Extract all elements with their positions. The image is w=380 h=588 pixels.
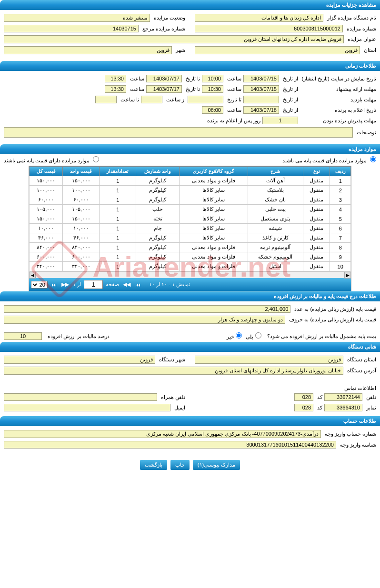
base-num-label: قیمت پایه (ارزش ریالی مزایده) به عدد	[292, 306, 376, 312]
base-text-label: قیمت پایه (ارزش ریالی مزایده) به حروف	[287, 317, 376, 323]
propose-label: مهلت ارائه پیشنهاد	[300, 86, 376, 92]
announce-from-date: 1403/07/18	[243, 106, 279, 114]
cell-group: فلزات و مواد معدنی	[180, 243, 248, 252]
pager-page-input[interactable]	[84, 280, 103, 289]
city-value: قزوین	[4, 46, 172, 54]
phone-code-label: کد	[315, 394, 322, 400]
back-button[interactable]: بازگشت	[140, 460, 167, 470]
cell-uprice: ۱۰,۰۰۰	[63, 224, 100, 233]
cell-group: سایر کالاها	[180, 186, 248, 195]
pager-last-icon[interactable]: ⏭	[50, 282, 58, 288]
org-address-value: خیابان نوروزیان بلوار پرستار اداره کل زن…	[4, 367, 343, 375]
col-type: نوع	[303, 167, 330, 176]
ref-value: 14030715	[4, 25, 139, 32]
cell-group: فلزات و مواد معدنی	[180, 262, 248, 271]
section-header-account: طلاعات حساب	[0, 416, 380, 426]
accept-suffix: روز پس از اعلام به برنده	[205, 118, 260, 124]
cell-unit: کیلوگرم	[136, 252, 180, 262]
propose-to-date: 1403/07/17	[146, 85, 182, 93]
cell-uprice: ۱۵۰,۰۰۰	[63, 176, 100, 186]
to-hour-label: تا ساعت	[119, 97, 139, 103]
cell-tprice: ۱۰۵,۰۰۰	[30, 205, 63, 214]
cell-unit: کیلوگرم	[136, 233, 180, 243]
pager-first-icon[interactable]: ⏮	[134, 282, 141, 288]
base-num-value: 2,401,000	[4, 305, 290, 313]
from-label: از تاریخ	[281, 76, 298, 82]
table-row: 1منقولآهن آلاتفلزات و مواد معدنیکیلوگرم1…	[30, 176, 351, 186]
table-row: 3منقولنان خشکسایر کالاهاکیلوگرم1۶۰,۰۰۰۶۰…	[30, 195, 351, 205]
cell-desc: آلومینیوم نرمه	[248, 243, 303, 252]
tax-yes[interactable]: بلی	[246, 332, 261, 340]
cell-qty: 1	[100, 243, 136, 252]
org-city-value: قزوین	[4, 356, 155, 364]
cell-qty: 1	[100, 186, 136, 195]
propose-from-date: 1403/07/15	[243, 85, 279, 93]
cell-unit: جام	[136, 224, 180, 233]
number-value: 6003003115000012	[195, 25, 343, 32]
cell-desc: پیت حلبی	[248, 205, 303, 214]
cell-unit: کیلوگرم	[136, 176, 180, 186]
cell-uprice: ۱۵۰,۰۰۰	[63, 214, 100, 224]
contact-title: اطلاعات تماس	[4, 383, 376, 393]
number-label: شماره مزایده	[345, 26, 376, 32]
announce-hour: 08:00	[202, 106, 223, 114]
cell-desc: استیل	[248, 262, 303, 271]
scroll-right-icon[interactable]: ▶	[344, 272, 351, 279]
status-value: منتشر شده	[4, 14, 150, 22]
cell-qty: 1	[100, 205, 136, 214]
cell-tprice: ۳۴۰,۰۰۰	[30, 262, 63, 271]
print-button[interactable]: چاپ	[170, 460, 190, 470]
title-value: فروش ضایعات اداره کل زندانهای استان قزوی…	[4, 35, 344, 43]
fax-label: نمابر	[364, 405, 376, 411]
section-header-details: مشاهده جزئیات مزایده	[0, 0, 380, 10]
title-label: عنوان مزایده	[346, 36, 376, 42]
cell-tprice: ۱۰۰,۰۰۰	[30, 186, 63, 195]
scroll-left-icon[interactable]: ◀	[29, 272, 36, 279]
from-label-2: از تاریخ	[281, 86, 298, 92]
id-label: شناسه واریز وجه	[338, 442, 376, 448]
cell-tprice: ۸۴۰,۰۰۰	[30, 243, 63, 252]
cell-type: منقول	[303, 252, 330, 262]
cell-desc: نان خشک	[248, 195, 303, 205]
tax-percent-value: 10	[4, 332, 42, 340]
pager-summary: نمایش ۱ - ۱۰ از ۱۰	[149, 281, 190, 288]
to-label-2: تا تاریخ	[184, 86, 200, 92]
acc-label: شماره حساب واریز وجه	[323, 431, 376, 437]
items-table: ردیف نوع شرح گروه کالا/نوع کاربری واحد ش…	[29, 166, 351, 271]
pager-of-label: از ۱	[73, 281, 81, 288]
attachments-button[interactable]: مدارک پیوستی(۱)	[193, 460, 240, 470]
hour-label-3: ساعت	[225, 86, 241, 92]
hour-label-5: ساعت	[225, 107, 241, 113]
cell-desc: پلاستیک	[248, 186, 303, 195]
acc-value: درآمدی-4077000902024173- بانک مرکزی جمهو…	[4, 430, 321, 438]
cell-uprice: ۱۰۰,۰۰۰	[63, 186, 100, 195]
horizontal-scrollbar[interactable]: ▶ ◀	[29, 271, 351, 278]
tax-question: یمت پایه مشمول مالیات بر ارزش افزوده می …	[265, 333, 376, 339]
cell-group: سایر کالاها	[180, 195, 248, 205]
cell-tprice: ۱۰,۰۰۰	[30, 224, 63, 233]
cell-group: سایر کالاها	[180, 214, 248, 224]
cell-type: منقول	[303, 233, 330, 243]
org-province-label: استان دستگاه	[345, 357, 376, 363]
cell-n: 9	[330, 252, 351, 262]
col-desc: شرح	[248, 167, 303, 176]
radio-has-base[interactable]: موارد مزایده دارای قیمت پایه می باشند	[282, 156, 376, 164]
accept-value: 1	[262, 117, 298, 124]
cell-group: فلزات و مواد معدنی	[180, 252, 248, 262]
pager-next-icon[interactable]: ▶▶	[60, 281, 70, 288]
publish-from-hour: 10:00	[202, 75, 223, 82]
from-label-3: از تاریخ	[281, 97, 298, 103]
visit-from-date	[243, 96, 279, 103]
cell-uprice: ۴۶,۰۰۰	[63, 233, 100, 243]
cell-uprice: ۶۰۰,۰۰۰	[63, 252, 100, 262]
hour-label: ساعت	[225, 76, 241, 82]
cell-n: 6	[330, 224, 351, 233]
phone-code-value: 028	[294, 393, 313, 401]
pager-size-select[interactable]: 20	[31, 281, 48, 289]
phone-value: 33672144	[324, 393, 362, 401]
section-header-time: طلاعات زمانی	[0, 61, 380, 71]
cell-qty: 1	[100, 262, 136, 271]
radio-no-base[interactable]: موارد مزایده دارای قیمت پایه نمی باشند	[4, 156, 99, 164]
pager-prev-icon[interactable]: ◀◀	[122, 281, 131, 288]
tax-no[interactable]: خیر	[227, 332, 242, 340]
